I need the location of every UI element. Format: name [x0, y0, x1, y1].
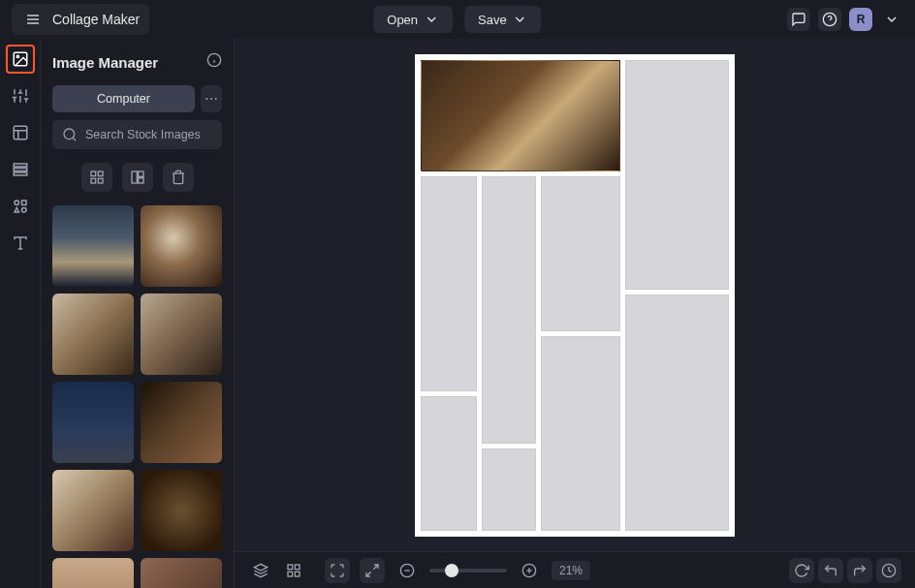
- thumbnail-castle-desert[interactable]: [52, 558, 134, 588]
- account-menu[interactable]: [880, 8, 903, 31]
- redo-button[interactable]: [847, 558, 872, 583]
- undo-button[interactable]: [818, 558, 843, 583]
- collage-cell-1[interactable]: [421, 60, 620, 171]
- thumbnail-man-portrait[interactable]: [52, 294, 134, 375]
- thumbnail-embrace[interactable]: [141, 382, 222, 463]
- thumbnail-stargazing[interactable]: [52, 382, 134, 463]
- minus-circle-icon: [399, 563, 415, 578]
- svg-rect-23: [21, 201, 26, 205]
- chevron-down-icon: [513, 12, 528, 27]
- svg-line-45: [373, 565, 378, 570]
- svg-line-32: [73, 138, 76, 140]
- svg-rect-43: [288, 572, 293, 576]
- collage-cell-3[interactable]: [421, 176, 477, 391]
- zoom-in-button[interactable]: [517, 558, 542, 583]
- expand-icon: [364, 563, 380, 578]
- image-icon: [12, 50, 29, 68]
- search-icon: [62, 127, 78, 142]
- chat-icon: [791, 12, 806, 27]
- text-icon: [12, 234, 29, 252]
- delete-button[interactable]: [163, 163, 194, 192]
- collage-layout-button[interactable]: [122, 163, 153, 192]
- thumbnail-couple[interactable]: [141, 294, 222, 375]
- info-button[interactable]: [206, 52, 222, 72]
- collage-cell-8[interactable]: [421, 396, 477, 531]
- shapes-icon: [12, 198, 29, 215]
- comments-button[interactable]: [787, 8, 810, 31]
- grid-fill-icon: [89, 170, 105, 185]
- svg-rect-16: [14, 126, 27, 139]
- collage-cell-4[interactable]: [482, 176, 536, 444]
- svg-rect-36: [98, 178, 103, 183]
- grid-view-button[interactable]: [281, 558, 306, 583]
- zoom-percent: 21%: [552, 561, 590, 580]
- reset-button[interactable]: [789, 558, 814, 583]
- layers-icon: [253, 563, 268, 578]
- svg-rect-33: [91, 171, 96, 176]
- stack-icon: [12, 161, 29, 178]
- thumbnail-silhouette-evening[interactable]: [52, 205, 134, 287]
- collage-cell-5[interactable]: [541, 176, 620, 331]
- thumbnail-man-closeup[interactable]: [52, 470, 134, 551]
- svg-rect-37: [132, 171, 137, 183]
- search-stock-button[interactable]: Search Stock Images: [52, 120, 222, 149]
- history-button[interactable]: [876, 558, 901, 583]
- history-icon: [881, 563, 897, 578]
- rail-adjustments[interactable]: [6, 81, 35, 110]
- fit-screen-button[interactable]: [325, 558, 350, 583]
- rail-image-manager[interactable]: [6, 45, 35, 74]
- svg-rect-20: [14, 169, 27, 171]
- chevron-down-icon: [424, 12, 439, 27]
- sliders-icon: [12, 87, 29, 105]
- layout-icon: [12, 124, 29, 141]
- svg-rect-41: [288, 565, 293, 570]
- layers-button[interactable]: [248, 558, 273, 583]
- collage-cell-6[interactable]: [625, 294, 729, 531]
- chevron-down-icon: [884, 12, 899, 27]
- collage-icon: [130, 170, 145, 185]
- collage-canvas[interactable]: [415, 54, 735, 537]
- search-stock-label: Search Stock Images: [85, 128, 201, 141]
- svg-point-31: [64, 129, 75, 139]
- collage-cell-9[interactable]: [482, 449, 536, 531]
- svg-rect-39: [138, 178, 142, 183]
- rail-layouts[interactable]: [6, 118, 35, 147]
- maximize-icon: [330, 563, 345, 578]
- svg-rect-35: [91, 178, 96, 183]
- open-dropdown[interactable]: Open: [373, 6, 453, 33]
- rail-elements[interactable]: [6, 192, 35, 221]
- undo-icon: [823, 563, 838, 578]
- upload-more-button[interactable]: ⋯: [201, 85, 222, 112]
- zoom-slider[interactable]: [429, 569, 507, 573]
- svg-rect-44: [295, 572, 300, 576]
- rail-stock[interactable]: [6, 155, 35, 184]
- actual-size-button[interactable]: [360, 558, 385, 583]
- zoom-out-button[interactable]: [394, 558, 420, 583]
- svg-marker-40: [254, 564, 267, 571]
- svg-rect-38: [138, 171, 142, 176]
- plus-circle-icon: [521, 563, 537, 578]
- app-title: Collage Maker: [52, 12, 140, 27]
- main-menu-button[interactable]: [21, 8, 45, 31]
- svg-point-25: [21, 208, 26, 213]
- svg-rect-34: [98, 171, 103, 176]
- help-button[interactable]: [818, 8, 841, 31]
- save-label: Save: [478, 13, 507, 27]
- fill-grid-button[interactable]: [81, 163, 112, 192]
- redo-icon: [852, 563, 868, 578]
- thumbnail-hand-ring[interactable]: [141, 205, 222, 287]
- refresh-icon: [794, 563, 809, 578]
- trash-icon: [171, 170, 186, 185]
- svg-line-46: [366, 572, 371, 576]
- thumbnail-canyon[interactable]: [141, 558, 222, 588]
- collage-cell-7[interactable]: [541, 336, 620, 531]
- rail-text[interactable]: [6, 229, 35, 258]
- zoom-slider-thumb[interactable]: [445, 564, 458, 577]
- save-dropdown[interactable]: Save: [464, 6, 542, 33]
- thumbnail-hands-dark[interactable]: [141, 470, 222, 551]
- svg-rect-19: [14, 164, 27, 167]
- user-avatar[interactable]: R: [849, 8, 872, 31]
- upload-computer-button[interactable]: Computer: [52, 85, 195, 112]
- collage-cell-2[interactable]: [625, 60, 729, 290]
- svg-point-6: [16, 55, 18, 57]
